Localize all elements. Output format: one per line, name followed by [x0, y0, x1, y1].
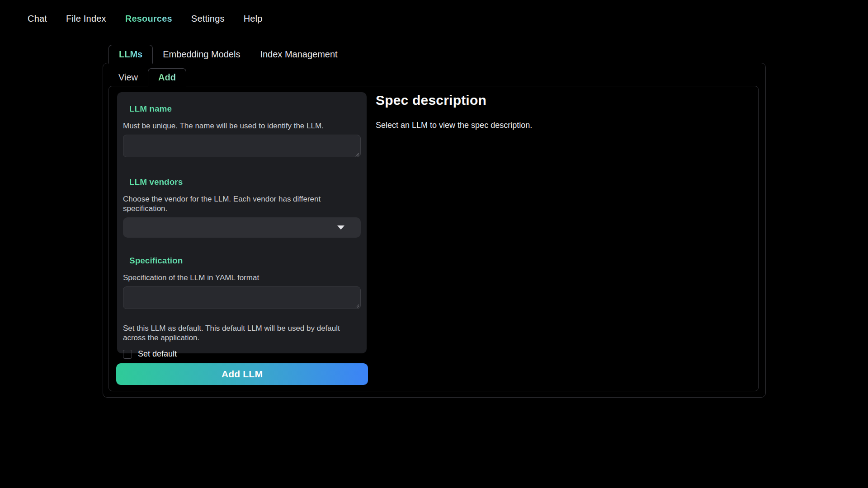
nav-item-help[interactable]: Help	[244, 14, 263, 24]
spec-description-body: Select an LLM to view the spec descripti…	[376, 121, 746, 130]
llm-vendors-description: Choose the vendor for the LLM. Each vend…	[123, 194, 361, 213]
llm-name-input[interactable]	[123, 135, 361, 157]
llm-name-description: Must be unique. The name will be used to…	[123, 121, 361, 131]
tab-index-management[interactable]: Index Management	[250, 45, 347, 64]
nav-item-settings[interactable]: Settings	[191, 14, 225, 24]
llm-vendor-select[interactable]	[123, 217, 361, 238]
set-default-row: Set default	[123, 349, 361, 359]
nav-item-file-index[interactable]: File Index	[66, 14, 106, 24]
chevron-down-icon	[337, 225, 344, 230]
tab-llms-label: LLMs	[119, 49, 142, 60]
tab-embedding-models[interactable]: Embedding Models	[153, 45, 250, 64]
resource-tabs: LLMs Embedding Models Index Management	[103, 45, 348, 64]
set-default-checkbox[interactable]	[123, 350, 132, 359]
specification-input[interactable]	[123, 286, 361, 309]
specification-description: Specification of the LLM in YAML format	[123, 273, 361, 282]
add-llm-form: LLM name Must be unique. The name will b…	[117, 92, 367, 353]
tab-llms[interactable]: LLMs	[108, 45, 153, 64]
set-default-note: Set this LLM as default. This default LL…	[123, 324, 361, 343]
subtab-add[interactable]: Add	[148, 68, 186, 86]
llm-name-label: LLM name	[129, 104, 361, 114]
nav-item-chat[interactable]: Chat	[28, 14, 47, 24]
specification-label: Specification	[129, 256, 361, 266]
add-llm-button[interactable]: Add LLM	[116, 363, 368, 385]
nav-item-resources[interactable]: Resources	[125, 14, 172, 24]
spec-description-panel: Spec description Select an LLM to view t…	[376, 93, 746, 130]
top-navigation: Chat File Index Resources Settings Help	[28, 14, 263, 24]
subtab-add-label: Add	[158, 72, 176, 83]
subtab-view[interactable]: View	[108, 68, 148, 86]
llm-vendors-label: LLM vendors	[129, 177, 361, 187]
llm-subtabs: View Add	[108, 68, 186, 86]
spec-description-title: Spec description	[376, 93, 746, 108]
set-default-label[interactable]: Set default	[138, 349, 177, 359]
